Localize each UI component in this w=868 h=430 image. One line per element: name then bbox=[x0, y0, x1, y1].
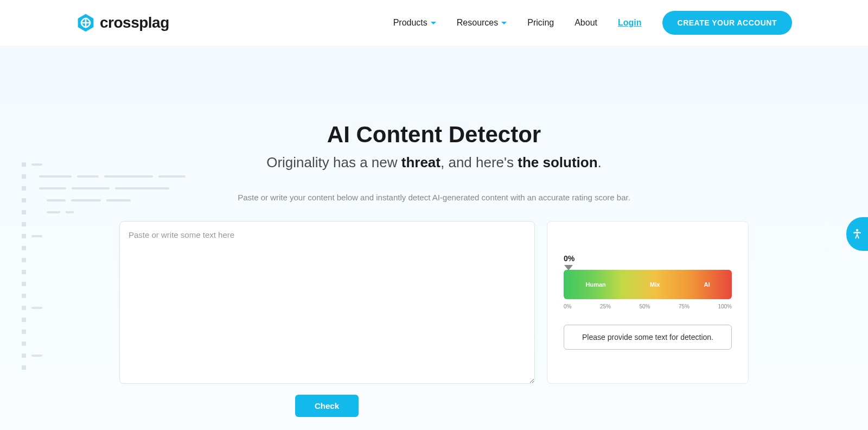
nav-products[interactable]: Products bbox=[393, 18, 436, 28]
gauge-label-ai: AI bbox=[704, 281, 710, 288]
sub-prefix: Originality has a new bbox=[266, 154, 401, 170]
logo-icon bbox=[76, 13, 95, 33]
sub-suffix: . bbox=[598, 154, 602, 170]
check-button-wrap: Check bbox=[65, 395, 803, 417]
sub-mid: , and here's bbox=[441, 154, 518, 170]
create-account-button[interactable]: CREATE YOUR ACCOUNT bbox=[662, 11, 792, 35]
tick-100: 100% bbox=[718, 303, 732, 309]
login-link[interactable]: Login bbox=[618, 18, 642, 28]
tick-25: 25% bbox=[600, 303, 611, 309]
logo-text: crossplag bbox=[100, 14, 169, 31]
accessibility-icon bbox=[851, 227, 864, 241]
nav-products-label: Products bbox=[393, 18, 427, 28]
gauge-percent: 0% bbox=[564, 254, 732, 263]
tick-75: 75% bbox=[679, 303, 690, 309]
gauge-label-mix: Mix bbox=[650, 281, 660, 288]
sub-bold1: threat bbox=[401, 154, 441, 170]
gauge-label-human: Human bbox=[586, 281, 606, 288]
caret-down-icon bbox=[431, 22, 436, 24]
hero-subtitle: Originality has a new threat, and here's… bbox=[190, 154, 678, 171]
gauge-ticks: 0% 25% 50% 75% 100% bbox=[564, 303, 732, 309]
gauge-bar: Human Mix AI bbox=[564, 270, 732, 299]
nav-about[interactable]: About bbox=[575, 18, 597, 28]
svg-point-1 bbox=[856, 229, 858, 231]
header: crossplag Products Resources Pricing Abo… bbox=[0, 0, 868, 46]
main-panel: 0% Human Mix AI 0% 25% 50% 75% 100% Plea… bbox=[65, 221, 803, 384]
hero-section: AI Content Detector Originality has a ne… bbox=[0, 46, 868, 430]
tick-50: 50% bbox=[639, 303, 650, 309]
result-message: Please provide some text for detection. bbox=[564, 325, 732, 350]
main-nav: Products Resources Pricing About Login C… bbox=[393, 11, 792, 35]
sub-bold2: the solution bbox=[518, 154, 597, 170]
page-title: AI Content Detector bbox=[190, 122, 678, 148]
nav-pricing-label: Pricing bbox=[527, 18, 554, 28]
hero-description: Paste or write your content below and in… bbox=[190, 193, 678, 202]
hero-content: AI Content Detector Originality has a ne… bbox=[190, 122, 678, 202]
nav-resources[interactable]: Resources bbox=[457, 18, 507, 28]
tick-0: 0% bbox=[564, 303, 571, 309]
content-textarea[interactable] bbox=[119, 221, 535, 384]
logo[interactable]: crossplag bbox=[76, 13, 169, 33]
nav-pricing[interactable]: Pricing bbox=[527, 18, 554, 28]
nav-resources-label: Resources bbox=[457, 18, 498, 28]
caret-down-icon bbox=[501, 22, 507, 24]
check-button[interactable]: Check bbox=[295, 395, 359, 417]
nav-about-label: About bbox=[575, 18, 597, 28]
result-panel: 0% Human Mix AI 0% 25% 50% 75% 100% Plea… bbox=[547, 221, 749, 384]
